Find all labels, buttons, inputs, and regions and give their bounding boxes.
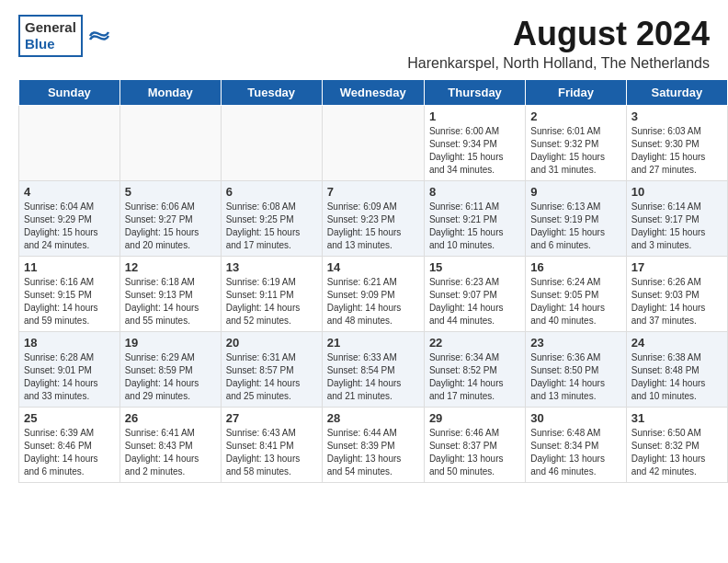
day-number: 15 [429, 260, 520, 274]
day-info: Sunrise: 6:41 AM Sunset: 8:43 PM Dayligh… [125, 427, 216, 478]
day-cell: 7Sunrise: 6:09 AM Sunset: 9:23 PM Daylig… [322, 181, 424, 257]
day-cell: 8Sunrise: 6:11 AM Sunset: 9:21 PM Daylig… [424, 181, 525, 257]
calendar-wrapper: SundayMondayTuesdayWednesdayThursdayFrid… [0, 79, 728, 492]
day-cell: 14Sunrise: 6:21 AM Sunset: 9:09 PM Dayli… [322, 257, 424, 332]
day-info: Sunrise: 6:46 AM Sunset: 8:37 PM Dayligh… [429, 427, 520, 478]
day-number: 11 [24, 260, 115, 274]
weekday-header-saturday: Saturday [626, 80, 727, 106]
day-cell: 4Sunrise: 6:04 AM Sunset: 9:29 PM Daylig… [19, 181, 120, 257]
day-cell: 19Sunrise: 6:29 AM Sunset: 8:59 PM Dayli… [119, 332, 221, 408]
day-info: Sunrise: 6:08 AM Sunset: 9:25 PM Dayligh… [226, 201, 317, 252]
day-number: 21 [327, 336, 419, 350]
day-cell: 11Sunrise: 6:16 AM Sunset: 9:15 PM Dayli… [19, 257, 120, 332]
logo-general-text: General [25, 19, 76, 35]
day-info: Sunrise: 6:14 AM Sunset: 9:17 PM Dayligh… [631, 201, 722, 252]
day-info: Sunrise: 6:16 AM Sunset: 9:15 PM Dayligh… [24, 276, 115, 327]
day-number: 28 [327, 411, 419, 425]
day-info: Sunrise: 6:44 AM Sunset: 8:39 PM Dayligh… [327, 427, 419, 478]
day-info: Sunrise: 6:28 AM Sunset: 9:01 PM Dayligh… [24, 351, 115, 403]
title-section: August 2024 Harenkarspel, North Holland,… [407, 15, 710, 72]
day-info: Sunrise: 6:04 AM Sunset: 9:29 PM Dayligh… [24, 201, 115, 252]
day-info: Sunrise: 6:01 AM Sunset: 9:32 PM Dayligh… [530, 125, 620, 177]
weekday-header-friday: Friday [526, 80, 626, 106]
day-cell: 10Sunrise: 6:14 AM Sunset: 9:17 PM Dayli… [626, 181, 727, 257]
weekday-header-monday: Monday [119, 80, 221, 106]
day-number: 8 [429, 185, 520, 199]
day-number: 13 [226, 260, 317, 274]
calendar-week-row: 18Sunrise: 6:28 AM Sunset: 9:01 PM Dayli… [19, 332, 728, 408]
day-cell: 12Sunrise: 6:18 AM Sunset: 9:13 PM Dayli… [119, 257, 221, 332]
day-cell: 15Sunrise: 6:23 AM Sunset: 9:07 PM Dayli… [424, 257, 525, 332]
logo-blue-text: Blue [25, 36, 55, 52]
header: General Blue August 2024 Harenkarspel, N… [0, 0, 728, 79]
weekday-header-tuesday: Tuesday [221, 80, 322, 106]
day-number: 19 [125, 336, 216, 350]
calendar-week-row: 25Sunrise: 6:39 AM Sunset: 8:46 PM Dayli… [19, 408, 728, 483]
day-info: Sunrise: 6:50 AM Sunset: 8:32 PM Dayligh… [631, 427, 722, 478]
day-number: 26 [125, 411, 216, 425]
day-info: Sunrise: 6:19 AM Sunset: 9:11 PM Dayligh… [226, 276, 317, 327]
logo-box: General Blue [18, 15, 83, 57]
day-cell: 17Sunrise: 6:26 AM Sunset: 9:03 PM Dayli… [626, 257, 727, 332]
page-container: General Blue August 2024 Harenkarspel, N… [0, 0, 728, 492]
day-info: Sunrise: 6:24 AM Sunset: 9:05 PM Dayligh… [530, 276, 620, 327]
day-info: Sunrise: 6:36 AM Sunset: 8:50 PM Dayligh… [530, 351, 620, 403]
day-cell: 27Sunrise: 6:43 AM Sunset: 8:41 PM Dayli… [221, 408, 322, 483]
month-year-title: August 2024 [407, 15, 710, 53]
day-cell: 18Sunrise: 6:28 AM Sunset: 9:01 PM Dayli… [19, 332, 120, 408]
day-cell [119, 106, 221, 181]
day-info: Sunrise: 6:38 AM Sunset: 8:48 PM Dayligh… [631, 351, 722, 403]
day-number: 14 [327, 260, 419, 274]
day-info: Sunrise: 6:21 AM Sunset: 9:09 PM Dayligh… [327, 276, 419, 327]
day-info: Sunrise: 6:11 AM Sunset: 9:21 PM Dayligh… [429, 201, 520, 252]
day-cell: 2Sunrise: 6:01 AM Sunset: 9:32 PM Daylig… [526, 106, 626, 181]
calendar-week-row: 4Sunrise: 6:04 AM Sunset: 9:29 PM Daylig… [19, 181, 728, 257]
weekday-header-row: SundayMondayTuesdayWednesdayThursdayFrid… [19, 80, 728, 106]
day-cell: 31Sunrise: 6:50 AM Sunset: 8:32 PM Dayli… [626, 408, 727, 483]
weekday-header-thursday: Thursday [424, 80, 525, 106]
calendar-week-row: 11Sunrise: 6:16 AM Sunset: 9:15 PM Dayli… [19, 257, 728, 332]
day-number: 24 [631, 336, 722, 350]
day-cell: 26Sunrise: 6:41 AM Sunset: 8:43 PM Dayli… [119, 408, 221, 483]
day-info: Sunrise: 6:23 AM Sunset: 9:07 PM Dayligh… [429, 276, 520, 327]
day-cell: 9Sunrise: 6:13 AM Sunset: 9:19 PM Daylig… [526, 181, 626, 257]
weekday-header-wednesday: Wednesday [322, 80, 424, 106]
day-info: Sunrise: 6:48 AM Sunset: 8:34 PM Dayligh… [530, 427, 620, 478]
day-number: 10 [631, 185, 722, 199]
day-cell: 1Sunrise: 6:00 AM Sunset: 9:34 PM Daylig… [424, 106, 525, 181]
day-info: Sunrise: 6:00 AM Sunset: 9:34 PM Dayligh… [429, 125, 520, 177]
day-info: Sunrise: 6:33 AM Sunset: 8:54 PM Dayligh… [327, 351, 419, 403]
day-number: 30 [530, 411, 620, 425]
day-cell: 3Sunrise: 6:03 AM Sunset: 9:30 PM Daylig… [626, 106, 727, 181]
day-cell: 13Sunrise: 6:19 AM Sunset: 9:11 PM Dayli… [221, 257, 322, 332]
day-cell: 24Sunrise: 6:38 AM Sunset: 8:48 PM Dayli… [626, 332, 727, 408]
day-cell [322, 106, 424, 181]
calendar-table: SundayMondayTuesdayWednesdayThursdayFrid… [18, 79, 728, 483]
day-number: 1 [429, 109, 520, 123]
day-info: Sunrise: 6:29 AM Sunset: 8:59 PM Dayligh… [125, 351, 216, 403]
calendar-week-row: 1Sunrise: 6:00 AM Sunset: 9:34 PM Daylig… [19, 106, 728, 181]
day-cell: 28Sunrise: 6:44 AM Sunset: 8:39 PM Dayli… [322, 408, 424, 483]
day-info: Sunrise: 6:39 AM Sunset: 8:46 PM Dayligh… [24, 427, 115, 478]
day-cell: 6Sunrise: 6:08 AM Sunset: 9:25 PM Daylig… [221, 181, 322, 257]
day-cell: 23Sunrise: 6:36 AM Sunset: 8:50 PM Dayli… [526, 332, 626, 408]
day-cell: 22Sunrise: 6:34 AM Sunset: 8:52 PM Dayli… [424, 332, 525, 408]
day-cell: 5Sunrise: 6:06 AM Sunset: 9:27 PM Daylig… [119, 181, 221, 257]
day-cell [19, 106, 120, 181]
day-number: 22 [429, 336, 520, 350]
day-number: 27 [226, 411, 317, 425]
day-cell: 30Sunrise: 6:48 AM Sunset: 8:34 PM Dayli… [526, 408, 626, 483]
day-number: 2 [530, 109, 620, 123]
day-number: 29 [429, 411, 520, 425]
day-info: Sunrise: 6:03 AM Sunset: 9:30 PM Dayligh… [631, 125, 722, 177]
logo-wave-icon [86, 23, 112, 49]
day-number: 4 [24, 185, 115, 199]
day-number: 25 [24, 411, 115, 425]
day-cell [221, 106, 322, 181]
weekday-header-sunday: Sunday [19, 80, 120, 106]
day-number: 31 [631, 411, 722, 425]
day-number: 16 [530, 260, 620, 274]
day-info: Sunrise: 6:31 AM Sunset: 8:57 PM Dayligh… [226, 351, 317, 403]
day-number: 12 [125, 260, 216, 274]
day-number: 23 [530, 336, 620, 350]
